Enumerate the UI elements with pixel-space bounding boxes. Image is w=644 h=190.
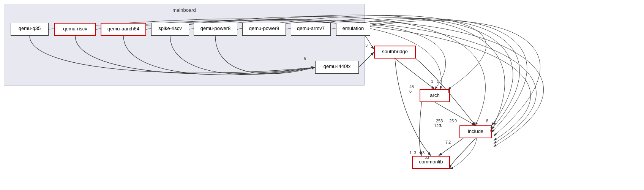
node-spike-riscv[interactable]: spike-riscv — [151, 23, 189, 36]
node-emulation[interactable]: emulation — [336, 23, 370, 36]
edge-label-1e: 1 — [409, 150, 412, 155]
edge-label-3c: 3 — [414, 150, 416, 155]
edge-label-9: 9 — [455, 119, 457, 123]
node-qemu-power9[interactable]: qemu-power9 — [242, 23, 286, 36]
node-qemu-armv7[interactable]: qemu-armv7 — [291, 23, 331, 36]
edge-label-45: 45 — [409, 84, 414, 89]
node-qemu-power8[interactable]: qemu-power8 — [194, 23, 237, 36]
edge-label-1b: 1 — [437, 79, 439, 84]
mainboard-group: mainboard — [4, 4, 365, 86]
edge-label-13: 13 — [420, 150, 425, 155]
edge-label-2: 2 — [448, 140, 451, 144]
edge-label-25: 25 — [449, 119, 454, 123]
edge-label-1d: 1 — [490, 124, 492, 128]
node-qemu-i440fx[interactable]: qemu-i440fx — [315, 61, 359, 74]
edge-label-253: 253 — [436, 119, 443, 123]
edge-label-33: 33 — [425, 155, 429, 160]
edge-label-1c: 1 — [447, 89, 450, 94]
node-southbridge[interactable]: southbridge — [374, 46, 416, 59]
node-arch[interactable]: arch — [420, 89, 450, 102]
edge-label-3-south: 3 — [365, 43, 368, 48]
node-commonlib[interactable]: commonlib — [412, 156, 450, 169]
edge-label-0: 0 — [490, 128, 492, 133]
edge-label-1a: 1 — [431, 79, 433, 84]
edge-label-7: 7 — [445, 140, 448, 144]
edge-label-5: 5 — [304, 56, 306, 61]
edge-label-3b: 3 — [439, 124, 442, 128]
node-qemu-aarch64[interactable]: qemu-aarch64 — [101, 23, 146, 36]
node-qemu-riscv[interactable]: qemu-riscv — [54, 23, 96, 36]
diagram-container: mainboard — [0, 0, 644, 190]
edge-label-8: 8 — [486, 119, 488, 123]
edge-label-6: 6 — [409, 89, 412, 93]
node-qemu-q35[interactable]: qemu-q35 — [11, 23, 49, 36]
node-include[interactable]: include — [459, 125, 492, 138]
mainboard-label: mainboard — [172, 7, 196, 13]
